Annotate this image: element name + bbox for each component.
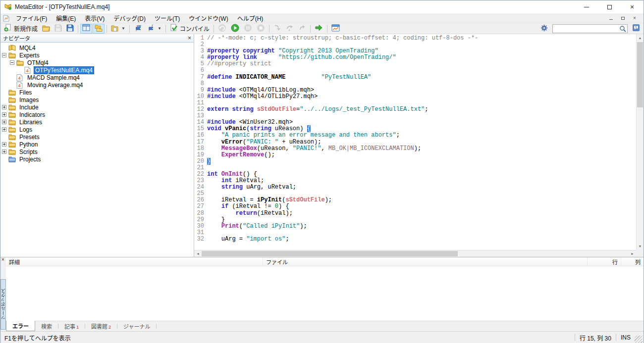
tab-label: ジャーナル xyxy=(123,322,150,330)
tree-item-macd-sample-mq4[interactable]: 4MACD Sample.mq4 xyxy=(0,74,194,81)
menu-file[interactable]: ファイル(F) xyxy=(11,13,52,23)
tree-item-files[interactable]: Files xyxy=(0,89,194,96)
toolbox-side-tab[interactable]: ツールボックス xyxy=(0,279,6,330)
save-all-button[interactable] xyxy=(64,24,76,34)
tree-item-scripts[interactable]: Scripts xyxy=(0,148,194,155)
close-button[interactable]: × xyxy=(621,0,644,13)
expand-icon[interactable] xyxy=(2,149,6,154)
tab-badge: 1 xyxy=(76,325,79,330)
insert-function-button[interactable]: f▼ xyxy=(145,24,163,34)
layout-toggle-button[interactable] xyxy=(80,24,92,34)
function-dropdown-caret[interactable]: ▼ xyxy=(158,26,161,31)
mdi-minimize-button[interactable] xyxy=(607,15,614,21)
menu-tools[interactable]: ツール(T) xyxy=(150,13,184,23)
tab-articles[interactable]: 記事1 xyxy=(58,321,85,331)
step-out-button[interactable] xyxy=(296,24,308,34)
styler-dropdown-caret[interactable]: ▼ xyxy=(121,26,125,31)
step-into-button[interactable] xyxy=(271,24,283,34)
step-over-button[interactable] xyxy=(284,24,296,34)
editor-vertical-scrollbar[interactable]: ▲ ▼ xyxy=(636,34,644,250)
tree-item-label: Files xyxy=(18,89,33,97)
restart-debug-button[interactable] xyxy=(216,24,228,34)
toolbox-close-button[interactable]: × xyxy=(1,257,4,262)
tree-item-mql4[interactable]: MQL4 xyxy=(0,44,194,51)
tab-journal[interactable]: ジャーナル xyxy=(117,321,156,331)
tab-library[interactable]: 図書館2 xyxy=(85,321,117,331)
line-number: 10 xyxy=(194,94,207,100)
watch-variable-button[interactable]: var xyxy=(132,24,145,34)
tree-item-presets[interactable]: Presets xyxy=(0,133,194,141)
collapse-icon[interactable] xyxy=(2,53,6,57)
compile-button[interactable]: コンパイル xyxy=(168,24,212,34)
search-input[interactable] xyxy=(553,26,619,32)
expand-icon[interactable] xyxy=(2,142,6,147)
navigator-close-button[interactable]: × xyxy=(188,35,191,41)
menu-debug[interactable]: デバッグ(D) xyxy=(109,13,150,23)
code-editor[interactable]: 1// -*-mode: c; c-style: stroustrup; c-b… xyxy=(194,34,644,257)
tree-item-projects[interactable]: Projects xyxy=(0,155,194,163)
menu-view[interactable]: 表示(V) xyxy=(80,13,109,23)
vertical-scroll-thumb[interactable] xyxy=(637,42,643,107)
tree-item-otpytestnullea-mq4[interactable]: 4OTPyTestNullEA.mq4 xyxy=(0,66,194,74)
minimize-button[interactable] xyxy=(575,0,598,13)
pause-icon xyxy=(244,24,252,34)
tree-item-indicators[interactable]: Indicators xyxy=(0,111,194,118)
settings-gear-button[interactable] xyxy=(538,24,550,34)
tree-item-otmql4[interactable]: OTMql4 xyxy=(0,59,194,66)
tree-item-label: MACD Sample.mq4 xyxy=(26,74,81,82)
scroll-down-arrow[interactable]: ▼ xyxy=(637,243,644,250)
community-button[interactable]: 5 xyxy=(630,24,642,34)
tree-item-moving-average-mq4[interactable]: 4Moving Average.mq4 xyxy=(0,81,194,89)
expand-icon[interactable] xyxy=(2,112,6,117)
scroll-up-arrow[interactable]: ▲ xyxy=(637,34,644,42)
line-number: 30 xyxy=(194,223,207,230)
maximize-button[interactable] xyxy=(598,0,621,13)
styler-button[interactable]: ▼ xyxy=(109,24,127,34)
expand-icon[interactable] xyxy=(2,127,6,132)
open-in-terminal-button[interactable] xyxy=(329,24,342,34)
save-icon xyxy=(54,24,62,33)
new-file-button[interactable]: 新規作成 xyxy=(2,24,40,34)
tab-errors[interactable]: エラー xyxy=(6,321,35,331)
line-number: 7 xyxy=(194,74,207,81)
scroll-right-arrow[interactable]: ► xyxy=(629,250,636,257)
toolbox-panel: × ツールボックス 詳細 ファイル 行 列 エラー検索記事1図書館2ジャーナル xyxy=(0,257,644,331)
tree-item-libraries[interactable]: Libraries xyxy=(0,118,194,126)
stop-debug-button[interactable] xyxy=(255,24,267,34)
code-text: // -*-mode: c; c-style: stroustrup; c-ba… xyxy=(207,35,478,42)
folder-icon xyxy=(8,148,16,155)
tree-item-logs[interactable]: Logs xyxy=(0,126,194,133)
menu-help[interactable]: ヘルプ(H) xyxy=(233,13,268,23)
menu-edit[interactable]: 編集(E) xyxy=(52,13,80,23)
navigator-toggle-button[interactable] xyxy=(93,24,105,34)
editor-horizontal-scrollbar[interactable]: ◄ ► xyxy=(194,250,636,257)
tree-item-include[interactable]: Include xyxy=(0,103,194,111)
pause-debug-button[interactable] xyxy=(242,24,254,34)
tree-item-python[interactable]: Python xyxy=(0,141,194,148)
mdi-restore-button[interactable] xyxy=(619,15,626,21)
expand-icon[interactable] xyxy=(2,120,6,124)
save-button[interactable] xyxy=(53,24,64,34)
code-area[interactable]: 1// -*-mode: c; c-style: stroustrup; c-b… xyxy=(194,34,636,250)
continue-button[interactable] xyxy=(313,24,325,34)
open-file-button[interactable] xyxy=(40,24,52,34)
scroll-left-arrow[interactable]: ◄ xyxy=(194,250,202,257)
tree-item-label: OTPyTestNullEA.mq4 xyxy=(34,66,94,74)
metaeditor-app-icon xyxy=(4,2,12,12)
column-file: ファイル xyxy=(263,257,587,266)
tree-item-images[interactable]: Images xyxy=(0,96,194,103)
code-line: 1// -*-mode: c; c-style: stroustrup; c-b… xyxy=(194,35,636,42)
collapse-icon[interactable] xyxy=(10,60,14,65)
chart-window-icon xyxy=(331,24,340,33)
expand-icon[interactable] xyxy=(2,105,6,109)
menu-window[interactable]: ウインドウ(W) xyxy=(184,13,232,23)
resize-grip[interactable] xyxy=(635,336,643,343)
code-text: uArg = "import os"; xyxy=(207,236,289,243)
start-debug-button[interactable] xyxy=(229,24,241,34)
mdi-close-button[interactable]: × xyxy=(631,15,638,21)
tab-search[interactable]: 検索 xyxy=(35,321,58,331)
horizontal-scroll-thumb[interactable] xyxy=(202,251,458,256)
tree-item-label: Libraries xyxy=(18,118,44,126)
tree-item-experts[interactable]: Experts xyxy=(0,51,194,59)
tree-item-label: MQL4 xyxy=(18,44,37,52)
